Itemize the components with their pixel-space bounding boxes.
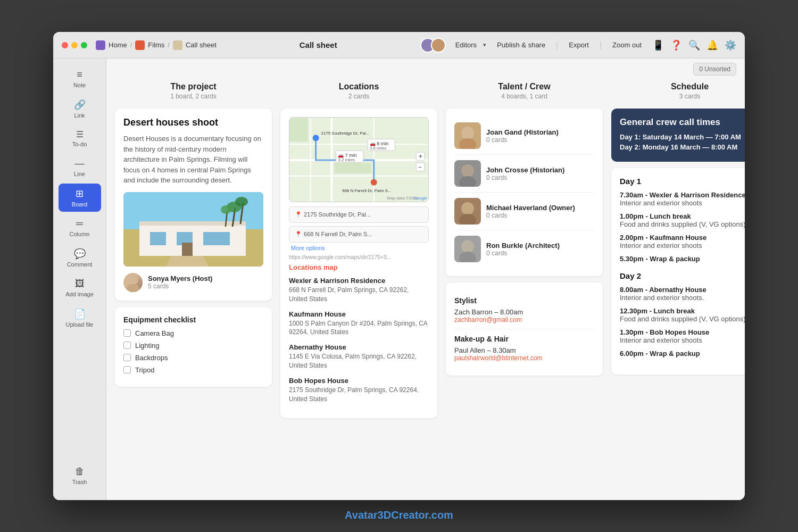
schedule-day1-entry: Day 1: Saturday 14 March — 7:00 AM	[620, 133, 745, 141]
sidebar-item-board[interactable]: ⊞ Board	[59, 184, 101, 212]
svg-point-52	[461, 240, 474, 253]
host-name: Sonya Myers (Host)	[148, 275, 212, 282]
svg-text:3.6 miles: 3.6 miles	[370, 146, 387, 151]
talent-name-joan: Joan Gand (Historian)	[486, 128, 559, 136]
svg-point-26	[313, 135, 319, 141]
col-title-project: The project	[115, 82, 272, 92]
column-schedule-header: Schedule 3 cards	[611, 80, 745, 102]
publish-share-button[interactable]: Publish & share	[493, 39, 550, 51]
sidebar-label-line: Line	[74, 171, 85, 177]
editors-label[interactable]: Editors	[455, 41, 477, 49]
bell-icon[interactable]: 🔔	[706, 39, 718, 51]
talent-person-2: Michael Haverland (Owner) 0 cards	[454, 193, 594, 230]
schedule-header-title: General crew call times	[620, 117, 745, 128]
schedule-entry-d2-1: 12.30pm - Lunch break Food and drinks su…	[620, 307, 745, 323]
checklist-item-tripod: Tripod	[123, 366, 263, 374]
column-schedule: Schedule 3 cards General crew call times…	[611, 80, 745, 492]
svg-rect-3	[139, 221, 246, 226]
map-more-options[interactable]: More options	[289, 245, 429, 251]
schedule-time-d2-0: 8.00am - Abernathy House	[620, 286, 745, 294]
checkbox-tripod[interactable]	[123, 366, 131, 373]
schedule-entry-d1-3: 5.30pm - Wrap & packup	[620, 255, 745, 263]
location-addr-1: 1000 S Palm Canyon Dr #204, Palm Springs…	[289, 319, 429, 337]
search-icon[interactable]: 🔍	[688, 39, 700, 51]
talent-name-michael: Michael Haverland (Owner)	[486, 204, 575, 212]
settings-icon[interactable]: ⚙️	[725, 39, 736, 51]
breadcrumb-callsheet[interactable]: Call sheet	[186, 41, 217, 49]
talent-name-john: John Crosse (Historian)	[486, 166, 564, 174]
talent-info-joan: Joan Gand (Historian) 0 cards	[486, 128, 559, 144]
talent-person-3: Ron Burkle (Architect) 0 cards	[454, 230, 594, 268]
stylist-email[interactable]: zachbarron@gmail.com	[454, 316, 594, 323]
crew-card: Stylist Zach Barron – 8.00am zachbarron@…	[446, 282, 603, 376]
sort-bar: 0 Unsorted	[106, 59, 745, 80]
talent-person-1: John Crosse (Historian) 0 cards	[454, 155, 594, 193]
checkbox-backdrops[interactable]	[123, 354, 131, 361]
project-image	[123, 192, 263, 267]
sidebar-item-link[interactable]: 🔗 Link	[59, 95, 101, 123]
col-title-talent: Talent / Crew	[446, 82, 603, 92]
talent-card: Joan Gand (Historian) 0 cards John Cross…	[446, 109, 603, 276]
location-entry-0: Wexler & Harrison Residence 668 N Farrel…	[289, 277, 429, 304]
map-address-a: 📍 2175 Southridge Dr, Pal...	[289, 206, 429, 223]
svg-text:+: +	[419, 153, 422, 160]
watermark-part3: Creator.com	[391, 509, 453, 521]
sidebar-item-trash[interactable]: 🗑 Trash	[59, 462, 101, 489]
export-button[interactable]: Export	[564, 39, 593, 51]
talent-cards-joan: 0 cards	[486, 136, 559, 144]
svg-point-49	[461, 202, 474, 215]
sidebar-item-todo[interactable]: ☰ To-do	[59, 125, 101, 152]
checkbox-lighting[interactable]	[123, 342, 131, 349]
sidebar-item-comment[interactable]: 💬 Comment	[59, 244, 101, 272]
day1-title: Day 1	[620, 177, 745, 186]
sidebar-item-add-image[interactable]: 🖼 Add image	[59, 274, 101, 302]
unsorted-badge[interactable]: 0 Unsorted	[693, 63, 736, 76]
todo-icon: ☰	[76, 129, 84, 139]
titlebar: Home / Films / Call sheet Call sheet Edi…	[53, 32, 745, 59]
checkbox-camera[interactable]	[123, 329, 131, 337]
col-subtitle-locations: 2 cards	[280, 93, 437, 100]
schedule-entry-d1-1: 1.00pm - Lunch break Food and drinks sup…	[620, 212, 745, 228]
checklist-item-backdrops: Backdrops	[123, 354, 263, 362]
schedule-entry-d2-2: 1.30pm - Bob Hopes House Interior and ex…	[620, 328, 745, 344]
minimize-button[interactable]	[71, 42, 78, 48]
locations-map-link[interactable]: Locations map	[289, 263, 429, 271]
breadcrumb: Home / Films / Call sheet	[96, 40, 217, 50]
schedule-detail-d1-1: Food and drinks supplied (V, VG options)	[620, 220, 745, 228]
equipment-card: Equipment checklist Camera Bag Lighting …	[115, 307, 272, 387]
help-icon[interactable]: ❓	[670, 39, 682, 51]
sidebar-item-column[interactable]: ═ Column	[59, 214, 101, 242]
schedule-time-d2-3: 6.00pm - Wrap & packup	[620, 350, 745, 358]
col-title-locations: Locations	[280, 82, 437, 92]
svg-rect-24	[289, 118, 308, 142]
checklist-label-tripod: Tripod	[135, 366, 154, 374]
app-window: Home / Films / Call sheet Call sheet Edi…	[53, 32, 745, 500]
close-button[interactable]	[62, 42, 68, 48]
stylist-name: Zach Barron	[454, 308, 493, 316]
maximize-button[interactable]	[81, 42, 87, 48]
col-subtitle-schedule: 3 cards	[611, 93, 745, 100]
sidebar-item-line[interactable]: — Line	[59, 154, 101, 181]
makeup-email[interactable]: paulshairworld@btinternet.com	[454, 354, 594, 362]
project-card: Desert houses shoot Desert Houses is a d…	[115, 109, 272, 301]
map-address-b: 📍 668 N Farrell Dr, Palm S...	[289, 226, 429, 243]
host-row: Sonya Myers (Host) 5 cards	[123, 273, 263, 292]
mobile-icon[interactable]: 📱	[652, 39, 664, 51]
breadcrumb-films[interactable]: Films	[148, 41, 164, 49]
day1-section: Day 1 7.30am - Wexler & Harrison Residen…	[620, 177, 745, 263]
zoom-out-button[interactable]: Zoom out	[608, 39, 646, 51]
schedule-day2-detail: Monday 16 March — 8:00 AM	[643, 143, 738, 151]
sidebar-item-upload-file[interactable]: 📄 Upload file	[59, 304, 101, 332]
talent-cards-john: 0 cards	[486, 174, 564, 181]
schedule-time-d2-2: 1.30pm - Bob Hopes House	[620, 328, 745, 336]
talent-info-john: John Crosse (Historian) 0 cards	[486, 166, 564, 181]
page-title: Call sheet	[217, 40, 420, 49]
schedule-header-card: General crew call times Day 1: Saturday …	[611, 109, 745, 162]
talent-name-ron: Ron Burkle (Architect)	[486, 242, 560, 250]
column-talent: Talent / Crew 4 boards, 1 card Joan Gand…	[446, 80, 603, 492]
sidebar-item-note[interactable]: ≡ Note	[59, 65, 101, 93]
schedule-time-d1-1: 1.00pm - Lunch break	[620, 212, 745, 220]
svg-marker-14	[166, 256, 209, 267]
upload-file-icon: 📄	[74, 308, 86, 320]
breadcrumb-home[interactable]: Home	[109, 41, 127, 49]
